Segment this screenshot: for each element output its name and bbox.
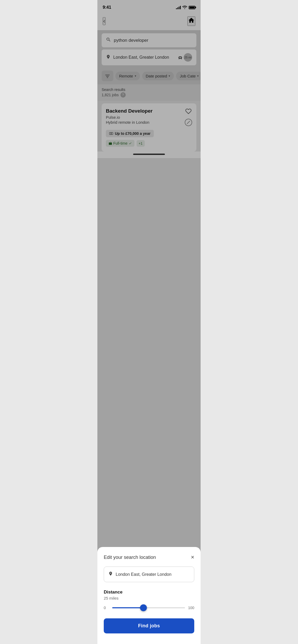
modal-overlay[interactable]: Edit your search location × London East,… bbox=[97, 0, 201, 223]
